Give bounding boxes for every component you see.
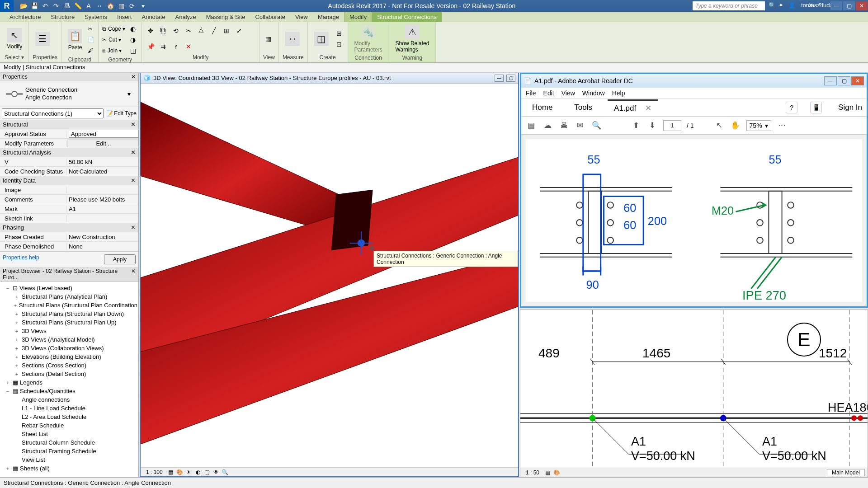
mirror-icon[interactable]: ⧊ [196, 26, 206, 36]
properties-help-link[interactable]: Properties help [3, 254, 39, 264]
tree-item[interactable]: +3D Views [1, 327, 137, 335]
prop-input[interactable] [69, 130, 138, 138]
search-input[interactable]: Type a keyword or phrase [693, 1, 765, 10]
tree-item[interactable]: +Sections (Detail Section) [1, 370, 137, 378]
tab-structure[interactable]: Structure [46, 12, 80, 22]
qat-redo-icon[interactable]: ↷ [52, 1, 61, 10]
hide-icon[interactable]: 👁 [212, 469, 220, 476]
search-icon[interactable]: 🔍 [591, 120, 602, 131]
properties-close-icon[interactable]: ✕ [131, 74, 136, 80]
expand-icon[interactable]: − [5, 286, 11, 291]
more-icon[interactable]: ⋯ [777, 120, 788, 131]
acrobat-tab-home[interactable]: Home [526, 100, 559, 115]
viewport-3d[interactable]: 🧊 3D View: Coordinated 3D View - 02 Rail… [140, 73, 519, 477]
qat-measure-icon[interactable]: 📏 [73, 1, 82, 10]
tab-analyze[interactable]: Analyze [170, 12, 201, 22]
tree-item[interactable]: L1 - Line Load Schedule [1, 404, 137, 413]
zoom-select[interactable]: 75%▾ [746, 120, 771, 131]
help-icon[interactable]: ? [786, 102, 797, 113]
pin-icon[interactable]: 📌 [146, 42, 156, 52]
pointer-icon[interactable]: ↖ [714, 120, 725, 131]
tree-item[interactable]: +▦Legends [1, 378, 137, 387]
view-icon[interactable]: ▦ [263, 34, 273, 44]
geom-3-icon[interactable]: ◫ [128, 46, 138, 56]
expand-icon[interactable]: + [14, 320, 20, 325]
create-button[interactable]: ◫ [311, 31, 331, 47]
page-input[interactable] [663, 120, 681, 131]
menu-help[interactable]: Help [612, 89, 625, 97]
tree-item[interactable]: −▦Schedules/Quantities [1, 387, 137, 395]
tab-annotate[interactable]: Annotate [137, 12, 170, 22]
reveal-icon[interactable]: 🔍 [222, 469, 229, 476]
prop-section-phasing[interactable]: Phasing✕ [0, 223, 138, 232]
copy-icon[interactable]: ⿻ [158, 26, 168, 36]
sun-path-icon[interactable]: ☀ [185, 469, 193, 476]
qat-print-icon[interactable]: 🖶 [62, 1, 71, 10]
cut-geom-button[interactable]: ✂Cut ▾ [102, 35, 125, 45]
tree-item[interactable]: +Structural Plans (Analytical Plan) [1, 292, 137, 301]
tree-item[interactable]: +Elevations (Building Elevation) [1, 352, 137, 361]
tree-item[interactable]: +3D Views (Collaboration Views) [1, 344, 137, 352]
tab-insert[interactable]: Insert [112, 12, 137, 22]
acrobat-minimize-button[interactable]: — [824, 76, 837, 85]
create-group-icon[interactable]: ⊞ [334, 28, 344, 38]
qat-sync-icon[interactable]: ⟳ [127, 1, 137, 10]
help-icon[interactable]: ? [818, 2, 826, 10]
acrobat-close-button[interactable]: ✕ [851, 76, 864, 85]
match-button[interactable]: 🖌 [88, 46, 94, 56]
tab-structural-connections[interactable]: Structural Connections [372, 12, 442, 22]
menu-edit[interactable]: Edit [543, 89, 554, 97]
prop-section-structural-analysis[interactable]: Structural Analysis✕ [0, 148, 138, 157]
tree-item[interactable]: +3D Views (Analytical Model) [1, 335, 137, 344]
trim-icon[interactable]: ✂ [184, 26, 193, 36]
tree-item[interactable]: Rebar Schedule [1, 421, 137, 430]
array-icon[interactable]: ⊞ [222, 26, 231, 36]
subscription-icon[interactable]: ✦ [778, 2, 787, 10]
tree-item[interactable]: Sheet List [1, 430, 137, 438]
join-button[interactable]: ⧈Join ▾ [102, 46, 125, 56]
tab-modify[interactable]: Modify [344, 12, 372, 22]
window-maximize-button[interactable]: ▢ [843, 1, 855, 10]
qat-open-icon[interactable]: 📂 [19, 1, 28, 10]
cloud-icon[interactable]: ☁ [542, 120, 553, 131]
detail-icon[interactable]: ▦ [544, 469, 551, 476]
infocenter-icon[interactable]: 🔍 [769, 2, 777, 10]
delete-icon[interactable]: ✕ [184, 42, 193, 52]
menu-file[interactable]: File [526, 89, 536, 97]
properties-button[interactable]: ☰ [33, 31, 52, 47]
prop-section-identity-data[interactable]: Identity Data✕ [0, 176, 138, 185]
workset-label[interactable]: Main Model [827, 469, 865, 476]
scale-icon[interactable]: ⤢ [234, 26, 244, 36]
browser-close-icon[interactable]: ✕ [131, 268, 136, 281]
exchange-icon[interactable]: ✕ [808, 2, 816, 10]
tab-view[interactable]: View [290, 12, 313, 22]
detail-level-icon[interactable]: ▦ [167, 469, 175, 476]
tree-item[interactable]: Angle connections [1, 395, 137, 404]
tab-architecture[interactable]: Architecture [5, 12, 46, 22]
page-down-icon[interactable]: ⬇ [647, 120, 658, 131]
style-icon[interactable]: 🎨 [553, 469, 560, 476]
menu-view[interactable]: View [561, 89, 575, 97]
expand-icon[interactable]: + [14, 328, 20, 334]
expand-icon[interactable]: + [5, 466, 11, 471]
tree-item[interactable]: +▦Sheets (all) [1, 464, 137, 473]
signin-icon[interactable]: 👤 [788, 2, 797, 10]
expand-icon[interactable]: + [14, 363, 20, 368]
acrobat-maximize-button[interactable]: ▢ [838, 76, 850, 85]
instance-filter-select[interactable]: Structural Connections (1) [2, 108, 104, 118]
sidebar-icon[interactable]: ▤ [526, 120, 537, 131]
qat-dropdown-icon[interactable]: ▾ [138, 1, 147, 10]
tree-item[interactable]: Structural Column Schedule [1, 438, 137, 447]
qat-undo-icon[interactable]: ↶ [41, 1, 50, 10]
user-name[interactable]: tomasz.fudala [798, 2, 807, 10]
visual-style-icon[interactable]: 🎨 [176, 469, 184, 476]
email-icon[interactable]: ✉ [575, 120, 585, 131]
tab-systems[interactable]: Systems [80, 12, 112, 22]
window-minimize-button[interactable]: — [830, 1, 842, 10]
move-icon[interactable]: ✥ [146, 26, 156, 36]
tree-item[interactable]: −⊡Views (Level based) [1, 284, 137, 292]
tree-item[interactable]: L2 - Area Load Schedule [1, 413, 137, 421]
expand-icon[interactable]: + [14, 371, 20, 377]
cope-button[interactable]: ⧉Cope ▾ [102, 24, 125, 34]
expand-icon[interactable]: + [14, 303, 17, 308]
